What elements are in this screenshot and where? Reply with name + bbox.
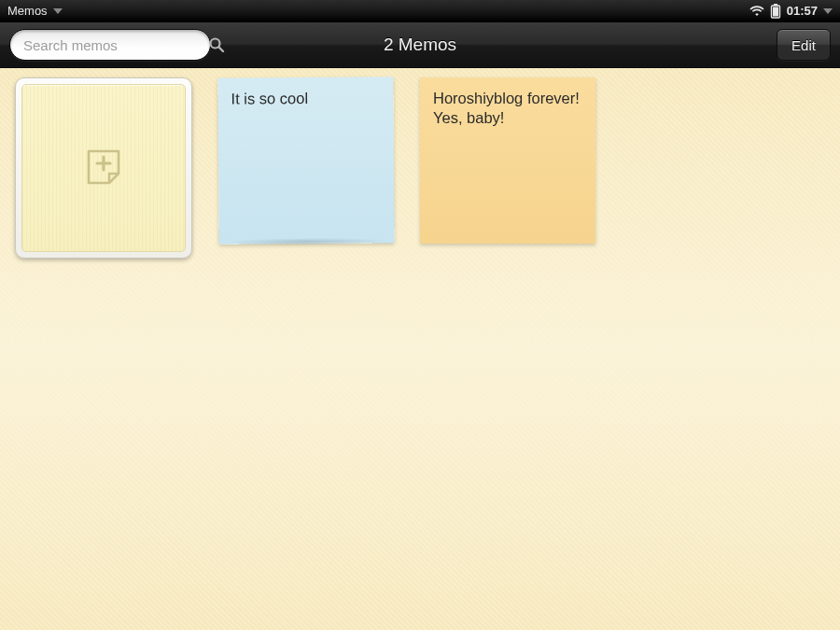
clock-time: 01:57 — [787, 4, 818, 18]
memo-text: Horoshiyblog forever! Yes, baby! — [433, 90, 580, 126]
memo-note[interactable]: It is so cool — [217, 77, 394, 244]
memo-note[interactable]: Horoshiyblog forever! Yes, baby! — [420, 77, 595, 244]
new-memo-pad — [21, 84, 186, 252]
add-note-icon — [81, 146, 126, 190]
memo-pad-stack — [21, 256, 186, 261]
svg-line-4 — [219, 48, 224, 52]
wifi-icon — [749, 6, 764, 17]
chevron-down-icon[interactable] — [823, 8, 833, 14]
system-status-bar: Memos 01:57 — [0, 0, 840, 22]
app-menu-label[interactable]: Memos — [7, 4, 48, 18]
search-field[interactable] — [9, 29, 211, 61]
chevron-down-icon[interactable] — [53, 8, 63, 14]
page-title: 2 Memos — [384, 35, 456, 55]
battery-icon — [770, 4, 781, 19]
svg-rect-2 — [773, 7, 778, 16]
new-memo-button[interactable] — [15, 77, 192, 259]
memo-text: It is so cool — [231, 90, 308, 107]
memo-grid: It is so cool Horoshiyblog forever! Yes,… — [0, 68, 840, 630]
search-icon — [208, 36, 225, 53]
edit-button[interactable]: Edit — [777, 29, 831, 61]
search-input[interactable] — [23, 37, 201, 53]
app-header: 2 Memos Edit — [0, 22, 840, 68]
